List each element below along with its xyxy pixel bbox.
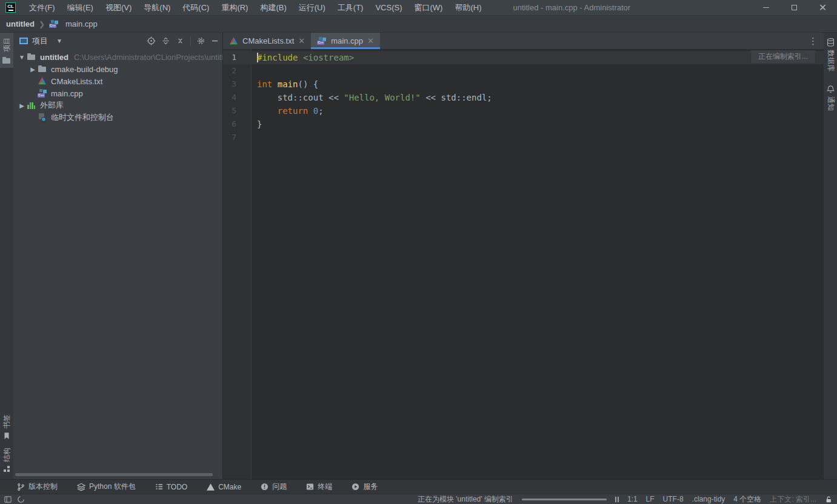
tool-button-cmake[interactable]: CMake [207, 483, 241, 491]
line-number: 6 [223, 118, 236, 131]
bottom-tool-bar: 版本控制 Python 软件包 TODO CMake 问题 终端 服务 [0, 479, 837, 494]
editor-tab-bar: CMakeLists.txt ✕ C++ main.cpp ✕ ⋮ [223, 33, 824, 49]
menu-edit[interactable]: 编辑(E) [61, 0, 99, 16]
clang-tidy[interactable]: .clang-tidy [692, 495, 725, 503]
problems-icon [261, 483, 268, 491]
line-number: 4 [223, 91, 236, 104]
tree-item-external-libraries[interactable]: ▶ 外部库 [13, 99, 222, 111]
close-tab-icon[interactable]: ✕ [367, 36, 374, 45]
tool-button-database[interactable]: 数据库 [824, 35, 837, 76]
collapse-all-icon[interactable] [176, 36, 185, 45]
menu-file[interactable]: 文件(F) [23, 0, 61, 16]
code-line[interactable]: 7 [223, 131, 824, 144]
code-line[interactable]: 1#include <iostream> [223, 51, 824, 64]
project-panel-title[interactable]: 项目 [32, 36, 48, 47]
layout-icon[interactable] [4, 496, 12, 503]
chevron-right-icon[interactable]: ▶ [17, 102, 27, 109]
pause-icon[interactable] [615, 497, 619, 502]
structure-icon [2, 465, 11, 473]
menu-view[interactable]: 视图(V) [99, 0, 138, 16]
todo-list-icon [155, 483, 163, 491]
terminal-icon [306, 483, 314, 491]
tool-button-problems[interactable]: 问题 [261, 482, 287, 492]
close-tab-icon[interactable]: ✕ [298, 36, 305, 45]
menu-tools[interactable]: 工具(T) [332, 0, 370, 16]
menu-window[interactable]: 窗口(W) [408, 0, 449, 16]
code-line[interactable]: 5 return 0; [223, 104, 824, 118]
tree-item-cmakelists[interactable]: ▶ CMakeLists.txt [13, 75, 222, 87]
breadcrumb-file[interactable]: main.cpp [65, 19, 98, 28]
indexing-hint: 正在编制索引... [751, 50, 815, 63]
tool-button-python-packages[interactable]: Python 软件包 [77, 482, 136, 492]
tool-button-notifications[interactable]: 通知 [824, 82, 837, 116]
menu-refactor[interactable]: 重构(R) [215, 0, 254, 16]
gear-icon[interactable] [196, 36, 205, 45]
caret-position[interactable]: 1:1 [627, 495, 638, 503]
tree-item-scratches[interactable]: ▶ 临时文件和控制台 [13, 111, 222, 124]
chevron-down-icon[interactable]: ▼ [56, 38, 62, 44]
line-separator[interactable]: LF [646, 495, 655, 503]
tree-item-main-cpp[interactable]: ▶ C++ main.cpp [13, 87, 222, 99]
tool-button-project[interactable]: 项目 [0, 33, 13, 68]
cmake-file-icon [229, 36, 238, 45]
tree-item-cmake-build-debug[interactable]: ▶ cmake-build-debug [13, 63, 222, 75]
indexing-status: 正在为模块 'untitled' 编制索引 [418, 494, 513, 504]
chevron-right-icon[interactable]: ▶ [28, 66, 38, 73]
project-panel: 项目 ▼ ▼ untitled C:\Users\Administrator\C… [13, 33, 223, 479]
project-panel-icon [19, 38, 28, 44]
layers-icon [77, 483, 85, 491]
menu-code[interactable]: 代码(C) [176, 0, 215, 16]
horizontal-scrollbar[interactable] [15, 473, 213, 476]
breadcrumb: untitled ❯ C++ main.cpp [0, 16, 837, 33]
code-line[interactable]: 6} [223, 118, 824, 131]
context-status: 上下文: 索引... [770, 494, 816, 504]
code-line[interactable]: 3int main() { [223, 78, 824, 91]
locate-file-icon[interactable] [147, 36, 156, 45]
services-icon [352, 483, 359, 491]
tool-button-bookmarks[interactable]: 书签 [0, 409, 13, 443]
tool-button-todo[interactable]: TODO [155, 483, 187, 491]
folder-icon [27, 52, 36, 62]
minimize-button[interactable] [752, 0, 780, 16]
more-options-icon[interactable]: ⋮ [802, 33, 824, 49]
tool-button-services[interactable]: 服务 [352, 482, 378, 492]
code-line[interactable]: 4 std::cout << "Hello, World!" << std::e… [223, 91, 824, 104]
menu-help[interactable]: 帮助(H) [449, 0, 487, 16]
cpp-file-icon: C++ [49, 19, 59, 28]
tool-button-structure[interactable]: 结构 [0, 443, 13, 476]
line-number: 2 [223, 64, 236, 78]
tree-item-untitled[interactable]: ▼ untitled C:\Users\Administrator\CLionP… [13, 51, 222, 63]
tab-main-cpp[interactable]: C++ main.cpp ✕ [311, 33, 380, 49]
clion-logo-icon: CL [5, 2, 16, 13]
menu-vcs[interactable]: VCS(S) [369, 0, 408, 16]
bell-icon [826, 85, 835, 94]
menu-navigate[interactable]: 导航(N) [138, 0, 176, 16]
file-encoding[interactable]: UTF-8 [663, 495, 684, 503]
menu-build[interactable]: 构建(B) [254, 0, 292, 16]
code-line[interactable]: 2 [223, 64, 824, 78]
folder-icon [38, 64, 47, 74]
code-editor[interactable]: 1#include <iostream>23int main() {4 std:… [223, 49, 824, 479]
project-path: C:\Users\Administrator\CLionProjects\unt… [74, 53, 222, 62]
tool-button-terminal[interactable]: 终端 [306, 482, 332, 492]
hide-panel-icon[interactable] [211, 37, 219, 45]
close-button[interactable]: ✕ [809, 0, 837, 16]
breadcrumb-project[interactable]: untitled [6, 19, 35, 28]
editor-area: CMakeLists.txt ✕ C++ main.cpp ✕ ⋮ 1#incl… [223, 33, 824, 479]
bookmark-icon [2, 431, 11, 440]
chevron-down-icon[interactable]: ▼ [17, 54, 27, 61]
indent-size[interactable]: 4 个空格 [733, 494, 761, 504]
menu-run[interactable]: 运行(U) [293, 0, 332, 16]
library-icon [27, 101, 36, 110]
line-number: 1 [223, 51, 236, 64]
expand-all-icon[interactable] [161, 36, 170, 45]
unlock-icon[interactable] [825, 496, 832, 503]
breadcrumb-separator-icon: ❯ [39, 20, 45, 28]
maximize-button[interactable] [780, 0, 809, 16]
tab-cmakelists[interactable]: CMakeLists.txt ✕ [223, 33, 311, 49]
line-number: 7 [223, 131, 236, 144]
database-icon [826, 38, 835, 47]
tool-button-version-control[interactable]: 版本控制 [17, 482, 58, 492]
indexing-progress-bar [522, 499, 607, 500]
minimize-icon [763, 7, 769, 8]
